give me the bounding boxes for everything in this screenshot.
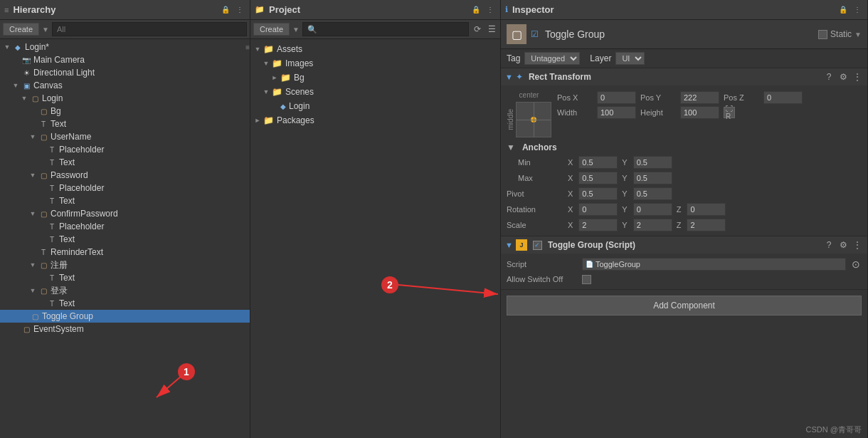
tree-login[interactable]: ▢ Login xyxy=(0,92,250,105)
more-icon[interactable]: ⋮ xyxy=(234,4,245,16)
proj-packages[interactable]: 📁 Packages xyxy=(250,113,500,127)
height-input[interactable] xyxy=(680,106,719,119)
login-btn-arrow xyxy=(28,286,37,295)
scale-z-input[interactable] xyxy=(687,219,726,231)
tree-main-camera[interactable]: 📷 Main Camera xyxy=(0,53,250,66)
tree-text-2[interactable]: T Text xyxy=(0,156,250,169)
rect-transform-header[interactable]: ▼ ✦ Rect Transform ? ⚙ ⋮ xyxy=(501,68,867,85)
middle-label: middle xyxy=(507,109,514,130)
script-dots-icon[interactable]: ⊙ xyxy=(850,259,862,270)
scene-root[interactable]: ◆ Login* ≡ xyxy=(0,41,250,53)
posy-input[interactable] xyxy=(680,91,719,104)
min-x-input[interactable] xyxy=(578,156,618,169)
width-input[interactable] xyxy=(597,106,636,119)
tag-select[interactable]: Untagged xyxy=(524,52,580,65)
posx-input[interactable] xyxy=(597,91,636,104)
min-y-input[interactable] xyxy=(633,156,672,169)
obj-active-checkbox[interactable]: ☑ xyxy=(531,29,539,39)
tree-text-4[interactable]: T Text xyxy=(0,233,250,246)
max-y-input[interactable] xyxy=(633,172,672,184)
tree-text-5[interactable]: T Text xyxy=(0,271,250,284)
inspector-more-icon[interactable]: ⋮ xyxy=(852,4,863,16)
pivot-x-input[interactable] xyxy=(578,187,618,200)
tree-reminder-text[interactable]: T ReminderText xyxy=(0,246,250,259)
static-checkbox[interactable] xyxy=(818,30,827,39)
script-icon: J xyxy=(516,239,527,251)
rot-x-input[interactable] xyxy=(578,203,618,216)
tree-register[interactable]: ▢ 注册 xyxy=(0,259,250,271)
posz-input[interactable] xyxy=(763,91,803,104)
rect-help-icon[interactable]: ? xyxy=(823,71,835,83)
toggle-script-settings-icon[interactable]: ⚙ xyxy=(837,239,849,251)
tree-login-btn[interactable]: ▢ 登录 xyxy=(0,284,250,297)
scale-y-input[interactable] xyxy=(633,219,672,231)
scene-icon: ◆ xyxy=(13,42,23,52)
layer-select[interactable]: UI xyxy=(615,52,645,65)
register-icon: ▢ xyxy=(38,260,48,270)
project-search-input[interactable] xyxy=(302,22,469,36)
pivot-widget[interactable] xyxy=(516,102,551,137)
proj-login-scene[interactable]: ◆ Login xyxy=(250,99,500,113)
proj-assets[interactable]: 📁 Assets xyxy=(250,42,500,56)
pivot-y-label: Y xyxy=(622,189,627,198)
tree-text-6[interactable]: T Text xyxy=(0,297,250,310)
toggle-group-script-header[interactable]: ▼ J ✓ Toggle Group (Script) ? ⚙ ⋮ xyxy=(501,236,867,254)
project-sync-icon[interactable]: ⟳ xyxy=(472,24,483,35)
hierarchy-tree: ◆ Login* ≡ 📷 Main Camera ☀ Directional L… xyxy=(0,39,250,438)
tree-username[interactable]: ▢ UserName xyxy=(0,130,250,143)
scale-x-input[interactable] xyxy=(578,219,618,231)
rot-z-input[interactable] xyxy=(687,203,726,216)
script-value: ToggleGroup xyxy=(596,260,640,268)
project-more-icon[interactable]: ⋮ xyxy=(485,4,496,16)
canvas-arrow xyxy=(11,81,20,90)
tree-directional-light[interactable]: ☀ Directional Light xyxy=(0,66,250,79)
rot-x-label: X xyxy=(568,205,573,214)
hierarchy-create-button[interactable]: Create xyxy=(3,23,39,36)
scale-row: Scale X Y Z xyxy=(501,217,867,233)
static-dropdown[interactable]: ▼ xyxy=(854,31,862,38)
proj-images[interactable]: 📁 Images xyxy=(250,56,500,71)
toggle-script-help-icon[interactable]: ? xyxy=(823,239,835,251)
tree-placeholder-1[interactable]: T Placeholder xyxy=(0,143,250,156)
add-component-button[interactable]: Add Component xyxy=(507,296,862,316)
inspector-lock-icon[interactable]: 🔒 xyxy=(837,4,849,16)
project-lock-icon[interactable]: 🔒 xyxy=(470,4,482,16)
tree-canvas[interactable]: ▣ Canvas xyxy=(0,79,250,92)
login-btn-icon: ▢ xyxy=(38,286,48,296)
confirm-label: ConfirmPassword xyxy=(51,209,118,219)
tree-text-1[interactable]: T Text xyxy=(0,118,250,130)
rect-settings-icon[interactable]: ⚙ xyxy=(837,71,849,83)
tree-password[interactable]: ▢ Password xyxy=(0,169,250,182)
max-x-input[interactable] xyxy=(578,172,618,184)
toggle-script-checkbox[interactable]: ✓ xyxy=(533,241,542,250)
rot-y-input[interactable] xyxy=(633,203,672,216)
register-arrow xyxy=(28,261,37,269)
project-list-icon[interactable]: ☰ xyxy=(486,24,497,35)
anchors-expand[interactable]: ▼ xyxy=(507,142,515,152)
tree-confirm-password[interactable]: ▢ ConfirmPassword xyxy=(0,207,250,220)
rect-more-icon[interactable]: ⋮ xyxy=(852,71,863,83)
text1-label: Text xyxy=(51,119,66,129)
width-label: Width xyxy=(557,108,593,117)
tree-placeholder-3[interactable]: T Placeholder xyxy=(0,220,250,233)
project-create-button[interactable]: Create xyxy=(253,23,290,36)
toggle-script-more-icon[interactable]: ⋮ xyxy=(852,239,863,251)
constrain-icon[interactable]: ⛶ R xyxy=(724,107,735,118)
main-container: ≡ Hierarchy 🔒 ⋮ Create ▼ ◆ Login* ≡ 📷 xyxy=(0,0,868,438)
pivot-y-input[interactable] xyxy=(633,187,672,200)
tree-event-system[interactable]: ▢ EventSystem xyxy=(0,323,250,335)
confirm-icon: ▢ xyxy=(38,209,48,219)
posx-label: Pos X xyxy=(557,93,593,102)
tree-text-3[interactable]: T Text xyxy=(0,194,250,207)
tree-bg[interactable]: ▢ Bg xyxy=(0,105,250,118)
proj-bg[interactable]: 📁 Bg xyxy=(250,71,500,85)
tree-toggle-group[interactable]: ▢ Toggle Group xyxy=(0,310,250,323)
allow-switch-checkbox[interactable] xyxy=(582,275,591,284)
bg-icon: ▢ xyxy=(38,106,48,116)
max-label: Max xyxy=(507,174,563,182)
proj-scenes[interactable]: 📁 Scenes xyxy=(250,85,500,99)
lock-icon[interactable]: 🔒 xyxy=(220,4,231,16)
inspector-obj-header: ▢ ☑ Toggle Group Static ▼ xyxy=(501,20,867,49)
hierarchy-search-input[interactable] xyxy=(52,22,247,36)
tree-placeholder-2[interactable]: T Placeholder xyxy=(0,182,250,194)
